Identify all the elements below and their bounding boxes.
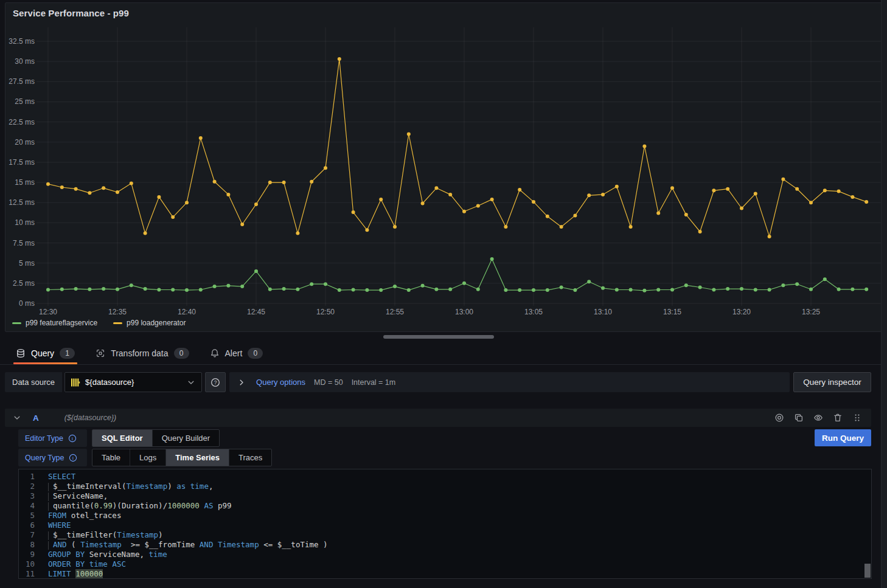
legend-swatch <box>12 322 21 324</box>
query-options-bar[interactable]: Query options MD = 50 Interval = 1m <box>229 372 790 392</box>
svg-text:17.5 ms: 17.5 ms <box>9 158 35 167</box>
drag-handle-icon[interactable] <box>850 411 864 424</box>
line-number: 10 <box>19 559 35 569</box>
query-row-actions <box>773 411 864 424</box>
svg-text:12:30: 12:30 <box>39 308 57 316</box>
run-query-button[interactable]: Run Query <box>815 429 871 446</box>
eye-icon[interactable] <box>812 411 825 424</box>
trash-icon[interactable] <box>831 411 844 424</box>
legend-item-p99-featureflagservice[interactable]: p99 featureflagservice <box>12 319 97 327</box>
line-number: 11 <box>19 569 35 579</box>
line-number: 9 <box>19 550 35 559</box>
indent-guide <box>48 502 53 511</box>
sql-line-11: 11LIMIT 100000 <box>19 569 871 579</box>
editor-type-option-sql-editor[interactable]: SQL Editor <box>92 430 153 446</box>
editor-type-option-query-builder[interactable]: Query Builder <box>153 430 219 446</box>
indent-guide <box>48 541 53 550</box>
editor-type-options: SQL EditorQuery Builder <box>92 429 220 447</box>
svg-text:27.5 ms: 27.5 ms <box>9 77 35 86</box>
svg-text:i: i <box>73 455 74 461</box>
svg-text:25 ms: 25 ms <box>15 97 35 106</box>
sql-line-8: 8AND ( Timestamp >= $__fromTime AND Time… <box>19 540 871 550</box>
bell-icon <box>210 348 220 358</box>
query-type-options: TableLogsTime SeriesTraces <box>92 449 272 466</box>
sql-editor-scrollbar-thumb[interactable] <box>864 564 871 578</box>
query-type-label-chip: Query Type i <box>18 449 87 466</box>
indent-guide <box>48 493 53 501</box>
datasource-help-button[interactable]: ? <box>205 372 226 392</box>
clickhouse-logo-icon <box>71 378 80 387</box>
info-circle-icon[interactable]: i <box>69 454 77 462</box>
svg-text:5 ms: 5 ms <box>19 259 35 268</box>
svg-text:15 ms: 15 ms <box>15 178 35 187</box>
horizontal-scrollbar-thumb[interactable] <box>383 335 494 339</box>
sql-line-6: 6WHERE <box>19 521 871 530</box>
sql-line-1: 1SELECT <box>19 472 871 482</box>
focus-ring-icon[interactable] <box>773 411 786 424</box>
query-row-header[interactable]: A (${datasource}) <box>5 409 871 427</box>
sql-line-5: 5FROM otel_traces <box>19 511 871 521</box>
svg-text:13:25: 13:25 <box>802 308 820 316</box>
line-number: 8 <box>19 540 35 550</box>
legend-label: p99 loadgenerator <box>127 319 186 327</box>
line-number: 2 <box>19 482 35 491</box>
tab-label: Alert <box>225 348 243 358</box>
chevron-down-icon <box>186 378 196 387</box>
sql-line-4: 4quantile(0.99)(Duration)/1000000 AS p99 <box>19 501 871 511</box>
copy-icon[interactable] <box>792 411 805 424</box>
tab-query[interactable]: Query1 <box>16 342 75 364</box>
question-circle-icon: ? <box>210 378 220 387</box>
query-datasource-hint: (${datasource}) <box>64 413 116 422</box>
query-inspector-button[interactable]: Query inspector <box>793 372 871 392</box>
editor-type-row: Editor Type i SQL EditorQuery Builder <box>18 429 220 447</box>
editor-type-label-chip: Editor Type i <box>18 429 87 447</box>
svg-text:13:15: 13:15 <box>663 308 681 316</box>
query-type-option-traces[interactable]: Traces <box>229 449 271 466</box>
sql-line-9: 9GROUP BY ServiceName, time <box>19 550 871 559</box>
sql-line-7: 7$__timeFilter(Timestamp) <box>19 530 871 540</box>
svg-text:2.5 ms: 2.5 ms <box>13 279 35 288</box>
indent-guide <box>48 531 53 540</box>
svg-text:30 ms: 30 ms <box>15 57 35 66</box>
collapse-chevron-icon[interactable] <box>12 413 22 423</box>
svg-text:0 ms: 0 ms <box>19 299 35 308</box>
sql-line-3: 3ServiceName, <box>19 491 871 501</box>
datasource-picker[interactable]: ${datasource} <box>64 372 202 392</box>
line-number: 1 <box>19 472 35 482</box>
datasource-row: Data source ${datasource} ? Query option… <box>5 372 871 392</box>
svg-text:7.5 ms: 7.5 ms <box>13 239 35 247</box>
svg-text:10 ms: 10 ms <box>15 218 35 227</box>
tab-count-badge: 0 <box>174 348 189 359</box>
info-circle-icon[interactable]: i <box>68 434 77 443</box>
svg-text:13:20: 13:20 <box>732 308 751 316</box>
tab-label: Query <box>31 348 54 358</box>
svg-text:12:50: 12:50 <box>316 308 335 316</box>
query-type-label: Query Type <box>25 454 64 462</box>
line-number: 3 <box>19 491 35 501</box>
query-type-option-table[interactable]: Table <box>92 449 130 466</box>
svg-text:12:35: 12:35 <box>108 308 127 316</box>
svg-text:22.5 ms: 22.5 ms <box>9 118 35 126</box>
query-type-option-time-series[interactable]: Time Series <box>166 449 229 466</box>
sql-editor[interactable]: 1SELECT2$__timeInterval(Timestamp) as ti… <box>18 469 872 579</box>
line-number: 7 <box>19 530 35 540</box>
page-scrollbar[interactable] <box>881 0 887 588</box>
svg-text:32.5 ms: 32.5 ms <box>9 37 35 46</box>
legend-item-p99-loadgenerator[interactable]: p99 loadgenerator <box>113 319 186 327</box>
query-ref-id: A <box>33 413 39 423</box>
chevron-right-icon <box>237 378 246 387</box>
datasource-label: Data source <box>5 372 62 392</box>
tab-transform-data[interactable]: Transform data0 <box>96 342 189 364</box>
tab-alert[interactable]: Alert0 <box>210 342 263 364</box>
tab-count-badge: 0 <box>248 348 263 359</box>
interval-value: Interval = 1m <box>352 378 396 387</box>
svg-text:13:05: 13:05 <box>524 308 543 316</box>
legend-label: p99 featureflagservice <box>26 319 97 327</box>
timeseries-chart[interactable]: 0 ms2.5 ms5 ms7.5 ms10 ms12.5 ms15 ms17.… <box>0 0 887 331</box>
sql-line-10: 10ORDER BY time ASC <box>19 559 871 569</box>
query-options-label[interactable]: Query options <box>256 378 305 387</box>
svg-text:12.5 ms: 12.5 ms <box>9 198 35 207</box>
sql-line-2: 2$__timeInterval(Timestamp) as time, <box>19 482 871 491</box>
query-type-option-logs[interactable]: Logs <box>130 449 166 466</box>
editor-type-label: Editor Type <box>25 434 63 443</box>
